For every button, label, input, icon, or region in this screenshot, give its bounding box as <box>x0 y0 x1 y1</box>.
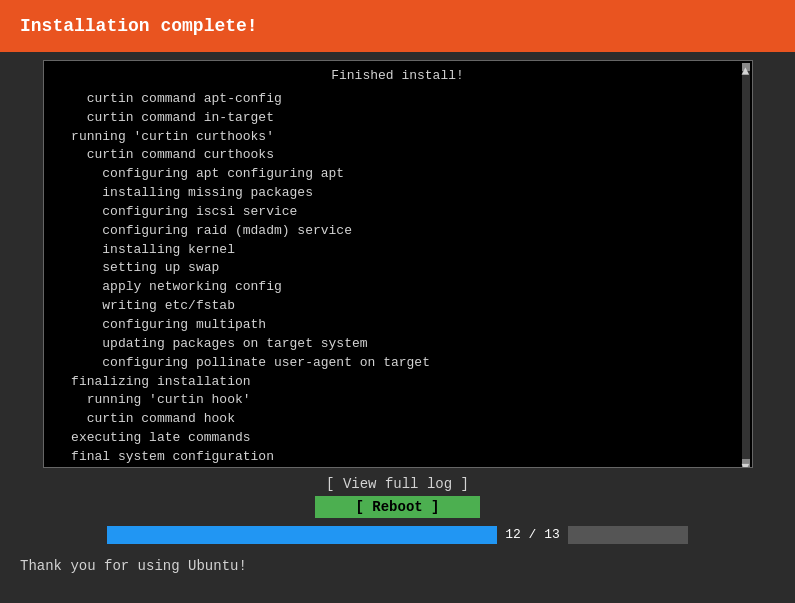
reboot-button[interactable]: [ Reboot ] <box>315 496 479 518</box>
terminal-line: configuring multipath <box>56 316 740 335</box>
terminal-line: executing late commands <box>56 429 740 448</box>
terminal-line: updating packages on target system <box>56 335 740 354</box>
terminal-line: installing missing packages <box>56 184 740 203</box>
terminal-line: finalizing installation <box>56 373 740 392</box>
terminal-line: apply networking config <box>56 278 740 297</box>
progress-blue-bar <box>107 526 497 544</box>
terminal-line: configuring raid (mdadm) service <box>56 222 740 241</box>
terminal-line: setting up swap <box>56 259 740 278</box>
footer-text: Thank you for using Ubuntu! <box>0 552 795 580</box>
terminal-line: configuring apt configuring apt <box>56 165 740 184</box>
terminal-line: configuring pollinate user-agent on targ… <box>56 354 740 373</box>
terminal-line: writing etc/fstab <box>56 297 740 316</box>
terminal-line: running 'curtin curthooks' <box>56 128 740 147</box>
installation-banner: Installation complete! <box>0 0 795 52</box>
banner-text: Installation complete! <box>20 16 258 36</box>
terminal-line: final system configuration <box>56 448 740 467</box>
view-full-log-button[interactable]: [ View full log ] <box>318 474 477 494</box>
terminal-line: running 'curtin hook' <box>56 391 740 410</box>
scrollbar-down[interactable]: ▼ <box>742 459 750 467</box>
terminal-content: curtin command apt-config curtin command… <box>44 90 752 468</box>
scrollbar[interactable]: ▲ ▼ <box>742 63 750 467</box>
terminal-title: Finished install! <box>44 61 752 90</box>
progress-container: 12 / 13 <box>43 526 753 544</box>
progress-label: 12 / 13 <box>497 526 568 544</box>
main-area: Finished install! curtin command apt-con… <box>0 52 795 552</box>
terminal-line: installing kernel <box>56 241 740 260</box>
buttons-area: [ View full log ] [ Reboot ] <box>315 474 479 518</box>
terminal-line: curtin command curthooks <box>56 146 740 165</box>
terminal-line: curtin command hook <box>56 410 740 429</box>
terminal-line: configuring iscsi service <box>56 203 740 222</box>
terminal-box: Finished install! curtin command apt-con… <box>43 60 753 468</box>
terminal-line: curtin command apt-config <box>56 90 740 109</box>
progress-gray-bar <box>568 526 688 544</box>
terminal-line: configuring cloud-init <box>56 467 740 468</box>
scrollbar-up[interactable]: ▲ <box>742 63 750 71</box>
terminal-line: curtin command in-target <box>56 109 740 128</box>
